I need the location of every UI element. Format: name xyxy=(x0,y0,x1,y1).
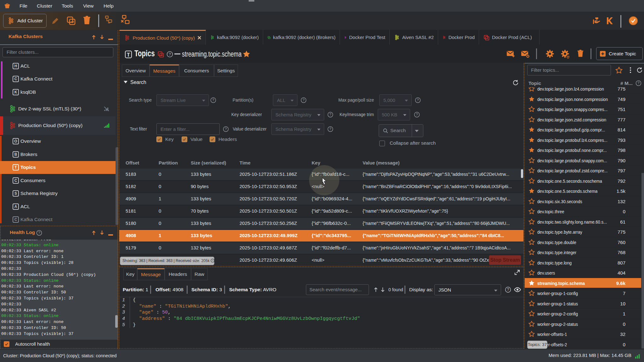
svg-text:?: ? xyxy=(225,127,227,131)
svg-text:?: ? xyxy=(329,113,331,116)
svg-text:?: ? xyxy=(637,81,639,85)
svg-text:?: ? xyxy=(169,52,171,57)
svg-text:?: ? xyxy=(302,98,304,102)
svg-text:?: ? xyxy=(507,287,509,292)
svg-text:?: ? xyxy=(416,113,418,116)
svg-text:?: ? xyxy=(417,98,419,102)
svg-text:?: ? xyxy=(329,127,331,131)
svg-text:?: ? xyxy=(212,98,214,102)
svg-text:?: ? xyxy=(38,231,40,235)
svg-text:?: ? xyxy=(212,259,213,262)
